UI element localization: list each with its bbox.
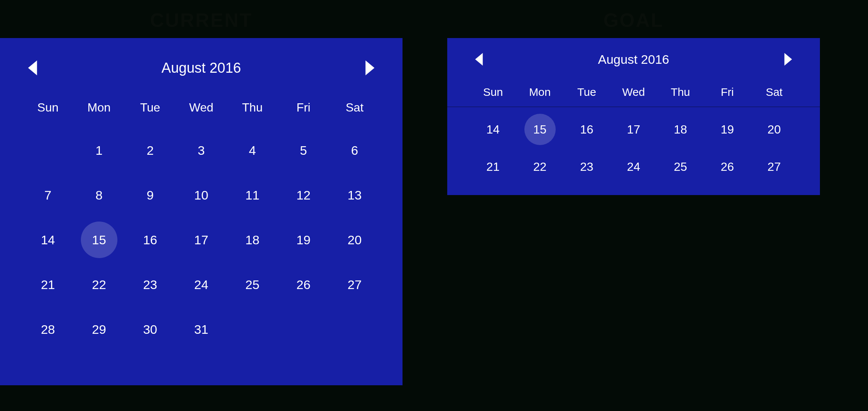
day-cell[interactable]: 9 — [124, 173, 176, 217]
svg-marker-1 — [366, 60, 375, 75]
day-cell[interactable]: 2 — [124, 128, 176, 173]
day-cell[interactable]: 14 — [22, 217, 73, 262]
weekday-header-row: Sun Mon Tue Wed Thu Fri Sat — [22, 91, 380, 128]
weekday-tue: Tue — [563, 79, 610, 107]
weekday-tue: Tue — [124, 91, 176, 128]
day-cell[interactable]: 28 — [22, 307, 73, 352]
day-cell[interactable]: 31 — [176, 307, 227, 352]
day-cell[interactable]: 24 — [610, 148, 657, 185]
day-cell[interactable]: 27 — [329, 262, 380, 307]
day-cell[interactable]: 29 — [73, 307, 124, 352]
week-row: 7 8 9 10 11 12 13 — [22, 173, 380, 217]
day-cell[interactable]: 23 — [563, 148, 610, 185]
day-cell-empty — [227, 307, 278, 352]
day-cell[interactable]: 7 — [22, 173, 73, 217]
svg-marker-0 — [28, 60, 37, 75]
calendar-full: August 2016 Sun Mon Tue Wed Thu Fri Sat … — [0, 38, 403, 385]
week-row: 21 22 23 24 25 26 27 — [470, 148, 798, 185]
day-cell[interactable]: 27 — [751, 148, 798, 185]
day-cell[interactable]: 20 — [751, 111, 798, 148]
week-row: 21 22 23 24 25 26 27 — [22, 262, 380, 307]
weekday-header-row: Sun Mon Tue Wed Thu Fri Sat — [470, 79, 798, 107]
day-cell-empty — [329, 307, 380, 352]
week-row: 1 2 3 4 5 6 — [22, 128, 380, 173]
day-cell[interactable]: 17 — [610, 111, 657, 148]
weekday-sun: Sun — [22, 91, 73, 128]
day-cell[interactable]: 24 — [176, 262, 227, 307]
day-cell[interactable]: 10 — [176, 173, 227, 217]
day-cell-empty — [278, 307, 329, 352]
chevron-right-icon — [784, 53, 793, 66]
week-row: 28 29 30 31 — [22, 307, 380, 352]
current-label: CURRENT — [0, 0, 403, 38]
weekday-mon: Mon — [73, 91, 124, 128]
week-row: 14 15 16 17 18 19 20 — [470, 111, 798, 148]
weekday-wed: Wed — [610, 79, 657, 107]
day-cell[interactable]: 3 — [176, 128, 227, 173]
weekday-sat: Sat — [329, 91, 380, 128]
day-cell-empty — [22, 128, 73, 173]
week-row: 14 15 16 17 18 19 20 — [22, 217, 380, 262]
day-cell[interactable]: 22 — [517, 148, 564, 185]
day-cell[interactable]: 23 — [124, 262, 176, 307]
chevron-right-icon — [365, 60, 376, 75]
weekday-mon: Mon — [517, 79, 564, 107]
calendar-header: August 2016 — [22, 49, 380, 91]
weekday-fri: Fri — [704, 79, 751, 107]
goal-panel: GOAL August 2016 Sun Mon Tue Wed Thu Fri… — [447, 0, 820, 195]
day-cell[interactable]: 6 — [329, 128, 380, 173]
day-cell[interactable]: 18 — [657, 111, 704, 148]
month-year-title: August 2016 — [161, 60, 241, 76]
chevron-left-icon — [27, 60, 37, 75]
chevron-left-icon — [474, 53, 483, 66]
next-month-button[interactable] — [361, 56, 380, 80]
current-panel: CURRENT August 2016 Sun Mon Tue Wed Thu … — [0, 0, 403, 385]
svg-marker-2 — [475, 53, 483, 66]
goal-label: GOAL — [447, 0, 820, 38]
day-cell[interactable]: 13 — [329, 173, 380, 217]
day-cell[interactable]: 8 — [73, 173, 124, 217]
day-cell[interactable]: 26 — [278, 262, 329, 307]
day-cell[interactable]: 19 — [704, 111, 751, 148]
day-cell[interactable]: 22 — [73, 262, 124, 307]
day-cell[interactable]: 4 — [227, 128, 278, 173]
day-cell-selected[interactable]: 15 — [517, 111, 564, 148]
calendar-header: August 2016 — [470, 45, 798, 79]
next-month-button[interactable] — [780, 48, 798, 70]
weekday-thu: Thu — [227, 91, 278, 128]
month-year-title: August 2016 — [598, 52, 669, 67]
weekday-wed: Wed — [176, 91, 227, 128]
day-cell[interactable]: 17 — [176, 217, 227, 262]
day-cell[interactable]: 5 — [278, 128, 329, 173]
day-cell[interactable]: 21 — [470, 148, 517, 185]
day-cell[interactable]: 18 — [227, 217, 278, 262]
weekday-sun: Sun — [470, 79, 517, 107]
weekday-thu: Thu — [657, 79, 704, 107]
day-cell[interactable]: 14 — [470, 111, 517, 148]
day-cell[interactable]: 30 — [124, 307, 176, 352]
day-cell[interactable]: 12 — [278, 173, 329, 217]
prev-month-button[interactable] — [22, 56, 42, 80]
day-cell[interactable]: 25 — [227, 262, 278, 307]
day-cell[interactable]: 19 — [278, 217, 329, 262]
day-cell[interactable]: 11 — [227, 173, 278, 217]
weekday-sat: Sat — [751, 79, 798, 107]
divider — [447, 107, 820, 107]
day-cell[interactable]: 16 — [563, 111, 610, 148]
day-cell[interactable]: 25 — [657, 148, 704, 185]
day-cell[interactable]: 26 — [704, 148, 751, 185]
svg-marker-3 — [785, 53, 792, 66]
day-cell[interactable]: 21 — [22, 262, 73, 307]
calendar-compact: August 2016 Sun Mon Tue Wed Thu Fri Sat … — [447, 38, 820, 195]
prev-month-button[interactable] — [470, 48, 487, 70]
weekday-fri: Fri — [278, 91, 329, 128]
day-cell[interactable]: 1 — [73, 128, 124, 173]
day-cell-selected[interactable]: 15 — [73, 217, 124, 262]
day-cell[interactable]: 16 — [124, 217, 176, 262]
day-cell[interactable]: 20 — [329, 217, 380, 262]
